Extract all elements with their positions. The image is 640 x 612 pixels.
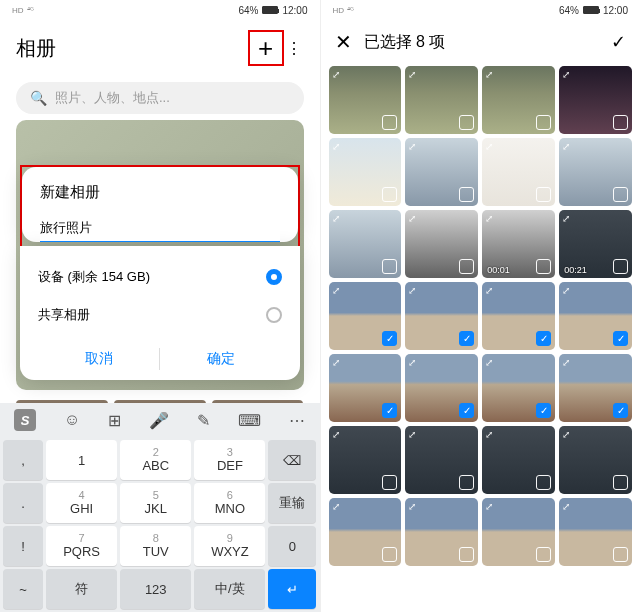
expand-icon: ⤢: [408, 141, 416, 152]
expand-icon: ⤢: [408, 213, 416, 224]
expand-icon: ⤢: [332, 285, 340, 296]
photo-thumbnail[interactable]: ⤢: [329, 210, 402, 278]
key-![interactable]: !: [3, 526, 43, 566]
key-0[interactable]: 0: [268, 526, 316, 566]
album-name-input[interactable]: [40, 216, 280, 242]
photo-thumbnail[interactable]: ⤢00:21: [559, 210, 632, 278]
option-device[interactable]: 设备 (剩余 154 GB): [38, 258, 282, 296]
photo-thumbnail[interactable]: ⤢: [405, 498, 478, 566]
key-WXYZ[interactable]: 9WXYZ: [194, 526, 265, 566]
photo-thumbnail[interactable]: ⤢: [559, 66, 632, 134]
checkbox-checked-icon: ✓: [382, 331, 397, 346]
photo-thumbnail[interactable]: ⤢✓: [405, 282, 478, 350]
photo-thumbnail[interactable]: ⤢✓: [329, 282, 402, 350]
checkbox-unchecked-icon: [536, 475, 551, 490]
expand-icon: ⤢: [485, 141, 493, 152]
key-,[interactable]: ,: [3, 440, 43, 480]
checkbox-unchecked-icon: [382, 547, 397, 562]
expand-icon: ⤢: [408, 357, 416, 368]
checkbox-unchecked-icon: [536, 547, 551, 562]
photo-thumbnail[interactable]: ⤢: [405, 426, 478, 494]
photo-thumbnail[interactable]: ⤢: [559, 498, 632, 566]
expand-icon: ⤢: [562, 501, 570, 512]
kb-tool-icon[interactable]: ⊞: [108, 411, 121, 430]
key-PQRS[interactable]: 7PQRS: [46, 526, 117, 566]
key-中/英[interactable]: 中/英: [194, 569, 265, 609]
key-~[interactable]: ~: [3, 569, 43, 609]
photo-thumbnail[interactable]: ⤢: [405, 66, 478, 134]
checkbox-unchecked-icon: [536, 259, 551, 274]
video-duration: 00:21: [564, 265, 587, 275]
expand-icon: ⤢: [332, 357, 340, 368]
checkbox-unchecked-icon: [459, 547, 474, 562]
photo-thumbnail[interactable]: ⤢: [482, 426, 555, 494]
photo-thumbnail[interactable]: ⤢: [329, 426, 402, 494]
photo-thumbnail[interactable]: ⤢: [482, 66, 555, 134]
checkbox-unchecked-icon: [613, 475, 628, 490]
photo-thumbnail[interactable]: ⤢: [559, 138, 632, 206]
expand-icon: ⤢: [332, 141, 340, 152]
photo-thumbnail[interactable]: ⤢✓: [559, 354, 632, 422]
photo-thumbnail[interactable]: ⤢✓: [482, 354, 555, 422]
expand-icon: ⤢: [332, 69, 340, 80]
key-MNO[interactable]: 6MNO: [194, 483, 265, 523]
key-DEF[interactable]: 3DEF: [194, 440, 265, 480]
checkbox-unchecked-icon: [459, 475, 474, 490]
checkbox-unchecked-icon: [613, 187, 628, 202]
photo-thumbnail[interactable]: ⤢: [482, 138, 555, 206]
key-↵[interactable]: ↵: [268, 569, 316, 609]
photo-thumbnail[interactable]: ⤢: [405, 210, 478, 278]
close-button[interactable]: ✕: [335, 30, 352, 54]
key-.[interactable]: .: [3, 483, 43, 523]
battery-icon: [262, 6, 278, 14]
photo-thumbnail[interactable]: ⤢: [329, 498, 402, 566]
expand-icon: ⤢: [562, 69, 570, 80]
search-placeholder: 照片、人物、地点...: [55, 89, 170, 107]
more-menu-button[interactable]: ⋮: [284, 39, 304, 58]
checkbox-unchecked-icon: [382, 475, 397, 490]
checkbox-unchecked-icon: [536, 115, 551, 130]
new-album-dialog: 新建相册: [22, 167, 298, 242]
key-1[interactable]: 1: [46, 440, 117, 480]
keyboard: S ☺ ⊞ 🎤 ✎ ⌨ ⋯ ,12ABC3DEF⌫.4GHI5JKL6MNO重输…: [0, 403, 320, 612]
photo-thumbnail[interactable]: ⤢00:01: [482, 210, 555, 278]
photo-thumbnail[interactable]: ⤢: [559, 426, 632, 494]
kb-more-icon[interactable]: ⋯: [289, 411, 305, 430]
photo-thumbnail[interactable]: ⤢: [405, 138, 478, 206]
expand-icon: ⤢: [562, 213, 570, 224]
key-JKL[interactable]: 5JKL: [120, 483, 191, 523]
confirm-button[interactable]: 确定: [160, 338, 282, 380]
ime-logo-icon[interactable]: S: [14, 409, 36, 431]
photo-thumbnail[interactable]: ⤢✓: [329, 354, 402, 422]
key-符[interactable]: 符: [46, 569, 117, 609]
key-TUV[interactable]: 8TUV: [120, 526, 191, 566]
key-重输[interactable]: 重输: [268, 483, 316, 523]
photo-thumbnail[interactable]: ⤢: [329, 66, 402, 134]
expand-icon: ⤢: [562, 357, 570, 368]
key-123[interactable]: 123: [120, 569, 191, 609]
handwrite-key[interactable]: ✎: [197, 411, 210, 430]
checkbox-unchecked-icon: [382, 115, 397, 130]
photo-thumbnail[interactable]: ⤢✓: [482, 282, 555, 350]
voice-key[interactable]: 🎤: [149, 411, 169, 430]
photo-thumbnail[interactable]: ⤢: [482, 498, 555, 566]
option-shared[interactable]: 共享相册: [38, 296, 282, 334]
confirm-selection-button[interactable]: ✓: [611, 31, 626, 53]
checkbox-unchecked-icon: [382, 259, 397, 274]
add-album-button[interactable]: +: [248, 30, 284, 66]
photo-thumbnail[interactable]: ⤢: [329, 138, 402, 206]
expand-icon: ⤢: [408, 69, 416, 80]
photo-thumbnail[interactable]: ⤢✓: [559, 282, 632, 350]
albums-header: 相册 + ⋮: [0, 20, 320, 76]
emoji-key[interactable]: ☺: [64, 411, 80, 429]
key-GHI[interactable]: 4GHI: [46, 483, 117, 523]
checkbox-unchecked-icon: [613, 547, 628, 562]
photo-thumbnail[interactable]: ⤢✓: [405, 354, 478, 422]
key-ABC[interactable]: 2ABC: [120, 440, 191, 480]
key-⌫[interactable]: ⌫: [268, 440, 316, 480]
search-input[interactable]: 🔍 照片、人物、地点...: [16, 82, 304, 114]
expand-icon: ⤢: [485, 357, 493, 368]
kb-settings-icon[interactable]: ⌨: [238, 411, 261, 430]
expand-icon: ⤢: [485, 213, 493, 224]
cancel-button[interactable]: 取消: [38, 338, 160, 380]
